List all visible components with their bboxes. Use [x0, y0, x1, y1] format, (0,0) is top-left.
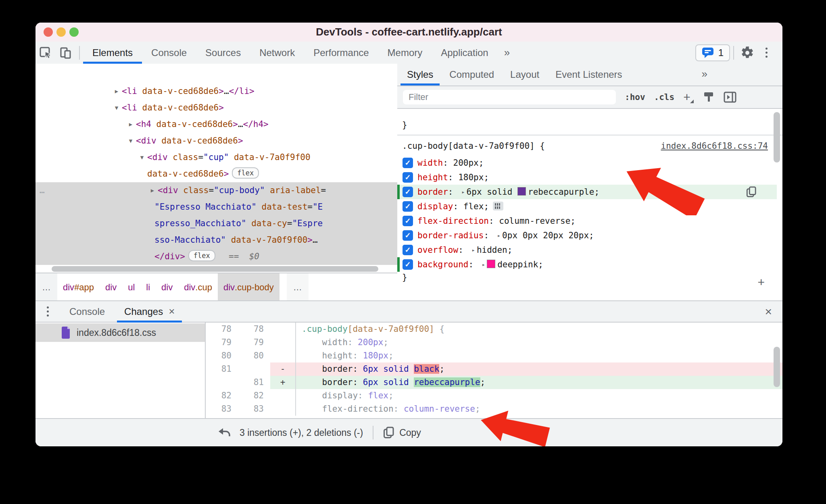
shorthand-expand-icon[interactable]: ▸ — [461, 189, 465, 195]
tab-elements[interactable]: Elements — [83, 42, 142, 64]
property-checkbox[interactable]: ✓ — [403, 245, 413, 255]
styles-filter-input[interactable] — [403, 90, 616, 104]
dom-tree-node[interactable]: sso-Macchiato" data-v-7a0f9f00>… — [35, 232, 397, 248]
css-properties: ✓width: 200px;✓height: 180px;✓border: ▸6… — [397, 156, 782, 272]
toggle-hover-state-button[interactable]: :hov — [625, 92, 645, 102]
tab-close-icon[interactable]: × — [169, 305, 175, 318]
property-checkbox[interactable]: ✓ — [403, 216, 413, 226]
revert-changes-icon[interactable] — [218, 427, 231, 438]
tab-application[interactable]: Application — [432, 42, 497, 64]
property-checkbox[interactable]: ✓ — [403, 172, 413, 183]
css-property-overflow[interactable]: ✓overflow: ▸hidden; — [397, 243, 777, 257]
drawer-close-icon[interactable]: × — [754, 301, 782, 322]
drawer-tab-console[interactable]: Console — [60, 301, 115, 322]
inspect-element-icon[interactable] — [35, 42, 56, 64]
dom-tree-node[interactable]: spresso_Macchiato" data-cy="Espre — [35, 215, 397, 232]
diff-old-line-number — [206, 376, 238, 389]
property-checkbox[interactable]: ✓ — [403, 230, 413, 241]
tab-console[interactable]: Console — [142, 42, 196, 64]
more-tabs-chevron-icon[interactable]: » — [498, 42, 516, 64]
tree-expand-arrow-icon[interactable]: ▶ — [111, 83, 122, 100]
rendering-brush-icon[interactable] — [703, 91, 715, 103]
css-selector[interactable]: .cup-body[data-v-7a0f9f00] { — [402, 141, 545, 151]
new-style-rule-button[interactable]: + — [683, 90, 694, 104]
copy-changes-button[interactable]: Copy — [383, 427, 421, 439]
breadcrumb-item[interactable]: div — [156, 273, 178, 301]
dom-tree-node[interactable]: ▼<li data-v-ced68de6> — [35, 100, 397, 116]
tree-expand-arrow-icon[interactable]: ▼ — [137, 149, 147, 166]
zoom-window-button[interactable] — [69, 27, 79, 37]
tree-expand-arrow-icon[interactable]: ▶ — [147, 182, 158, 199]
drawer-tab-changes[interactable]: Changes× — [115, 301, 184, 322]
main-menu-kebab-icon[interactable] — [757, 48, 775, 58]
css-property-border-radius[interactable]: ✓border-radius: ▸0px 0px 20px 20px; — [397, 228, 777, 243]
property-checkbox[interactable]: ✓ — [403, 187, 413, 197]
diff-old-line-number: 80 — [206, 349, 238, 362]
color-swatch[interactable] — [517, 187, 526, 196]
breadcrumb-item[interactable]: li — [140, 273, 156, 301]
device-toolbar-icon[interactable] — [56, 42, 76, 64]
dom-tree-node[interactable]: "Espresso Macchiato" data-test="E — [35, 199, 397, 215]
tab-performance[interactable]: Performance — [304, 42, 378, 64]
breadcrumb-item[interactable]: div.cup-body — [218, 273, 280, 301]
sidebar-toggle-icon[interactable] — [724, 92, 736, 103]
tab-sources[interactable]: Sources — [196, 42, 250, 64]
css-source-link[interactable]: index.8d6c6f18.css:74 — [661, 141, 768, 151]
styles-tab-styles[interactable]: Styles — [399, 64, 441, 85]
color-swatch[interactable] — [487, 260, 495, 268]
css-property-height[interactable]: ✓height: 180px; — [397, 170, 777, 185]
tree-expand-arrow-icon[interactable]: ▼ — [125, 133, 136, 149]
styles-tab-computed[interactable]: Computed — [441, 64, 502, 85]
dom-tree-node[interactable]: </div>flex == $0 — [35, 248, 397, 265]
issues-button[interactable]: 1 — [695, 44, 730, 61]
breadcrumb-item[interactable]: div#app — [57, 273, 100, 301]
css-property-width[interactable]: ✓width: 200px; — [397, 156, 777, 170]
css-property-display[interactable]: ✓display: flex; — [397, 199, 777, 214]
diff-scrollbar-thumb[interactable] — [774, 347, 780, 387]
dom-tree-node[interactable]: ▶<li data-v-ced68de6>…</li> — [35, 83, 397, 100]
tab-memory[interactable]: Memory — [378, 42, 432, 64]
property-checkbox[interactable]: ✓ — [403, 201, 413, 212]
devtools-toolbar: ElementsConsoleSourcesNetworkPerformance… — [35, 42, 782, 65]
breadcrumb-item[interactable]: ul — [122, 273, 140, 301]
styles-tab-layout[interactable]: Layout — [502, 64, 547, 85]
close-window-button[interactable] — [44, 27, 53, 37]
breadcrumb-item[interactable]: div.cup — [178, 273, 218, 301]
tree-expand-arrow-icon[interactable]: ▶ — [125, 116, 136, 133]
dom-tree-node[interactable]: …▶<div class="cup-body" aria-label= — [35, 182, 397, 199]
css-property-flex-direction[interactable]: ✓flex-direction: column-reverse; — [397, 214, 777, 228]
shorthand-expand-icon[interactable]: ▸ — [497, 232, 501, 239]
drawer-tabs: ConsoleChanges× × — [35, 300, 782, 323]
minimize-window-button[interactable] — [56, 27, 66, 37]
shorthand-expand-icon[interactable]: ▸ — [482, 261, 485, 268]
changes-file-list: index.8d6c6f18.css — [35, 323, 206, 418]
css-property-background[interactable]: ✓background: ▸deeppink; — [397, 257, 777, 272]
dom-tree-node[interactable]: data-v-ced68de6>flex — [35, 166, 397, 182]
css-property-border[interactable]: ✓border: ▸6px solid rebeccapurple; — [397, 185, 777, 199]
elements-horizontal-scrollbar[interactable] — [35, 265, 397, 273]
property-checkbox[interactable]: ✓ — [403, 259, 413, 270]
copy-declaration-icon[interactable] — [746, 186, 757, 198]
styles-tab-event-listeners[interactable]: Event Listeners — [547, 64, 630, 85]
settings-gear-icon[interactable] — [737, 46, 757, 60]
scrollbar-thumb[interactable] — [52, 266, 378, 272]
shorthand-expand-icon[interactable]: ▸ — [471, 247, 475, 253]
dom-tree-node[interactable]: ▼<div data-v-ced68de6> — [35, 133, 397, 149]
dom-tree-node[interactable]: ▼<div class="cup" data-v-7a0f9f00 — [35, 149, 397, 166]
dom-tree-node[interactable]: ▶<h4 data-v-ced68de6>…</h4> — [35, 116, 397, 133]
tab-network[interactable]: Network — [250, 42, 304, 64]
flex-editor-icon[interactable] — [493, 202, 503, 210]
styles-more-tabs-chevron-icon[interactable]: » — [695, 68, 714, 80]
styles-scrollbar-thumb[interactable] — [774, 112, 780, 162]
drawer-menu-kebab-icon[interactable] — [35, 301, 60, 322]
breadcrumb-overflow-left[interactable]: … — [35, 273, 57, 301]
flex-badge[interactable]: flex — [232, 167, 259, 179]
breadcrumb-overflow-right[interactable]: … — [287, 273, 309, 301]
property-checkbox[interactable]: ✓ — [403, 158, 413, 168]
flex-badge[interactable]: flex — [188, 250, 215, 261]
add-property-button[interactable]: + — [757, 275, 765, 289]
toggle-class-button[interactable]: .cls — [654, 92, 675, 102]
changed-file-item[interactable]: index.8d6c6f18.css — [35, 323, 205, 342]
tree-expand-arrow-icon[interactable]: ▼ — [111, 100, 122, 116]
breadcrumb-item[interactable]: div — [100, 273, 122, 301]
